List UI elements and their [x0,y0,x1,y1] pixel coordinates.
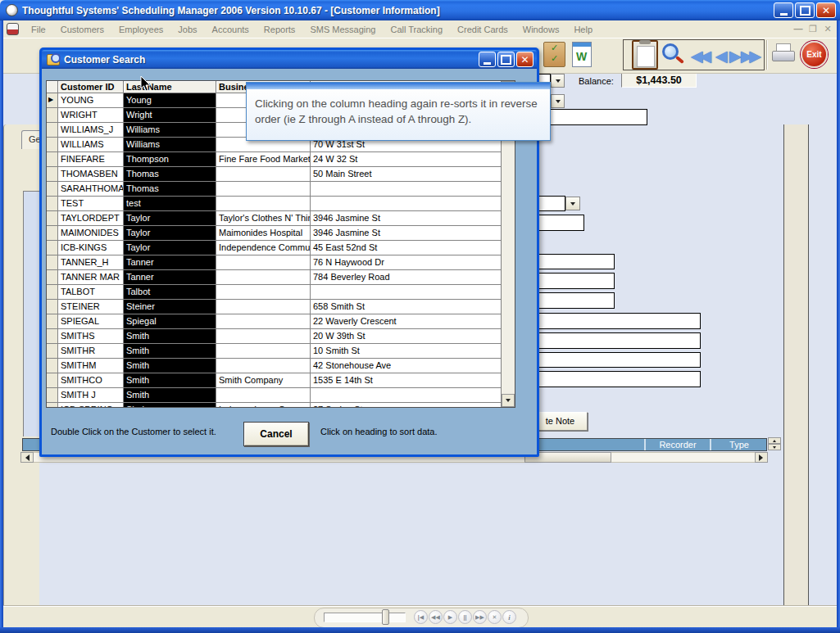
customer-row[interactable]: SMITH JSmith [47,388,502,403]
customer-row[interactable]: SMITHSSmith20 W 39th St [47,329,502,344]
menu-item-jobs[interactable]: Jobs [170,22,204,37]
create-note-button[interactable]: te Note [533,412,588,431]
hscroll-right-button[interactable] [755,452,768,463]
mdi-minimize-icon[interactable]: — [792,24,804,34]
combo-dropdown-2[interactable] [551,94,565,108]
dialog-minimize-button[interactable] [479,52,496,67]
spinner-up-button[interactable] [768,437,781,444]
cell-address: 50 Main Street [311,167,502,182]
menu-item-reports[interactable]: Reports [257,22,303,37]
menu-item-windows[interactable]: Windows [515,22,567,37]
customer-row[interactable]: MAIMONIDESTaylorMaimonides Hospital3946 … [47,226,502,241]
customer-row[interactable]: THOMASBENThomas50 Main Street [47,167,502,182]
customer-row[interactable]: ICB-SPRINGShulIndependence Comm27 Spring… [47,403,502,407]
customer-row[interactable]: FINEFAREThompsonFine Fare Food Markets24… [47,152,502,167]
scroll-down-button[interactable] [502,394,515,407]
window-restore-button[interactable] [795,2,815,18]
record-next-button[interactable]: ▶▶ [473,610,487,624]
row-selector [47,197,58,211]
customer-row[interactable]: SMITHMSmith42 Stonehouse Ave [47,359,502,373]
cell-last: Taylor [124,226,216,241]
combo-dropdown-3[interactable] [565,197,580,210]
text-field-9[interactable] [531,371,701,387]
customer-row[interactable]: SMITHCOSmithSmith Company1535 E 14th St [47,373,502,388]
customer-row[interactable]: SPIEGALSpiegal22 Waverly Crescent [47,314,502,329]
dialog-maximize-button[interactable] [497,52,515,67]
nav-last-button[interactable]: ▶▶ [741,47,758,66]
nav-first-button[interactable]: ◀◀ [691,47,708,66]
customer-row[interactable]: TAYLORDEPTTaylorTaylor's Clothes N' Thin… [47,211,502,226]
window-close-button[interactable] [816,2,836,18]
record-cancel-button[interactable]: ✕ [488,610,502,624]
mdi-restore-icon[interactable]: ❐ [807,24,819,34]
spinner-down-button[interactable] [768,444,781,450]
menu-item-call-tracking[interactable]: Call Tracking [383,22,450,37]
menu-item-credit-cards[interactable]: Credit Cards [450,22,515,37]
cell-address: 76 N Haywood Dr [311,255,502,270]
record-prev-button[interactable]: ◀◀ [429,610,443,624]
cell-address: 784 Beverley Road [311,270,502,285]
menu-item-help[interactable]: Help [566,22,600,37]
cancel-button[interactable]: Cancel [243,422,309,446]
nav-prev-button[interactable]: ◀ [715,47,724,66]
cell-id: SMITHCO [58,373,124,388]
type-column-header[interactable]: Type [711,440,767,450]
text-field-4[interactable] [531,273,615,289]
row-selector [47,285,58,300]
dialog-titlebar[interactable]: Customer Search [42,50,537,69]
customer-row[interactable]: TESTtest [47,197,502,211]
search-button[interactable] [662,43,679,60]
dialog-close-button[interactable] [516,52,534,67]
record-info-button[interactable]: i [502,610,516,624]
child-window-icon[interactable] [7,23,19,35]
word-notes-button[interactable] [572,42,592,67]
customer-row[interactable]: SARAHTHOMAThomas [47,182,502,197]
row-selector [47,270,58,285]
cell-id: SMITHS [58,329,124,344]
text-field-3[interactable] [531,254,615,269]
mdi-window-controls: — ❐ ✕ [792,24,833,34]
cell-last: Steiner [124,300,216,314]
record-play-button[interactable]: ▶ [443,610,457,624]
window-minimize-button[interactable] [774,2,793,18]
customer-row[interactable]: SMITHRSmith10 Smith St [47,344,502,359]
nav-next-button[interactable]: ▶ [729,47,738,66]
customer-row[interactable]: TANNER_HTanner76 N Haywood Dr [47,255,502,270]
checklist-button[interactable] [543,42,565,67]
cell-last: Taylor [124,241,216,255]
menu-item-employees[interactable]: Employees [111,22,170,37]
customer-row[interactable]: ICB-KINGSTaylorIndependence Communi45 Ea… [47,241,502,255]
record-first-button[interactable]: |◀ [414,610,428,624]
exit-button[interactable]: Exit [801,41,828,68]
menu-item-sms-messaging[interactable]: SMS Messaging [302,22,383,37]
text-field-7[interactable] [531,332,701,349]
customer-info-button[interactable] [632,40,658,70]
record-slider-track[interactable] [324,613,406,622]
text-field-6[interactable] [531,313,701,329]
column-header-2[interactable]: Last Name [124,81,216,93]
menu-item-file[interactable]: File [24,22,53,37]
print-button[interactable] [770,43,797,66]
column-header-1[interactable]: Customer ID [58,81,124,93]
record-pause-button[interactable]: || [458,610,472,624]
cell-business [216,344,311,359]
record-slider-thumb[interactable] [382,609,389,625]
text-field-5[interactable] [531,292,615,309]
recorder-column-header[interactable]: Recorder [646,440,710,450]
cell-last: Tanner [124,255,216,270]
mdi-close-icon[interactable]: ✕ [822,24,833,34]
row-selector [47,329,58,344]
chevron-down-icon [556,79,561,85]
menu-item-customers[interactable]: Customers [53,22,111,37]
customer-row[interactable]: TALBOTTalbot [47,285,502,300]
arrow-left-icon [22,454,30,461]
row-selector [47,300,58,314]
cell-id: TAYLORDEPT [58,211,124,226]
menu-item-accounts[interactable]: Accounts [205,22,257,37]
combo-dropdown-1[interactable] [551,74,565,88]
hscroll-left-button[interactable] [20,452,34,463]
customer-row[interactable]: STEINERSteiner658 Smith St [47,300,502,314]
text-field-8[interactable] [531,352,701,368]
column-header-0[interactable] [47,81,58,93]
customer-row[interactable]: TANNER MARTanner784 Beverley Road [47,270,502,285]
